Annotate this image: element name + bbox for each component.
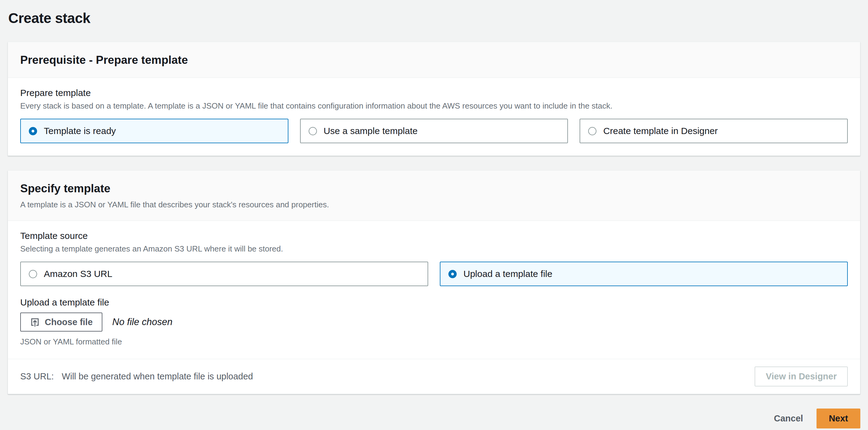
specify-template-panel-body: Template source Selecting a template gen… [8, 221, 860, 359]
s3-url-value: Will be generated when template file is … [62, 371, 253, 381]
prerequisite-panel-body: Prepare template Every stack is based on… [8, 78, 860, 155]
prepare-template-description: Every stack is based on a template. A te… [20, 101, 848, 111]
option-template-is-ready[interactable]: Template is ready [20, 119, 288, 143]
radio-create-template-in-designer[interactable] [588, 127, 596, 135]
specify-template-description: A template is a JSON or YAML file that d… [20, 200, 848, 209]
specify-template-panel-header: Specify template A template is a JSON or… [8, 171, 860, 221]
choose-file-row: Choose file No file chosen [20, 313, 848, 332]
specify-template-title: Specify template [20, 182, 848, 195]
option-amazon-s3-url[interactable]: Amazon S3 URL [20, 262, 428, 286]
option-label: Create template in Designer [603, 126, 718, 136]
wizard-actions: Cancel Next [8, 408, 860, 430]
upload-icon [30, 317, 40, 327]
option-upload-template-file[interactable]: Upload a template file [440, 262, 848, 286]
no-file-chosen-text: No file chosen [112, 317, 172, 327]
specify-template-panel: Specify template A template is a JSON or… [8, 170, 860, 394]
cancel-button[interactable]: Cancel [774, 409, 803, 428]
create-stack-page: Create stack Prerequisite - Prepare temp… [0, 0, 868, 430]
radio-amazon-s3-url[interactable] [29, 270, 37, 278]
upload-format-hint: JSON or YAML formatted file [20, 337, 848, 347]
option-label: Template is ready [44, 126, 116, 136]
option-label: Use a sample template [324, 126, 418, 136]
option-create-template-in-designer[interactable]: Create template in Designer [580, 119, 848, 143]
prerequisite-panel-title: Prerequisite - Prepare template [20, 54, 848, 66]
radio-template-is-ready-checked[interactable] [29, 127, 37, 135]
template-source-label: Template source [20, 231, 848, 241]
prerequisite-panel-header: Prerequisite - Prepare template [8, 42, 860, 78]
radio-use-sample-template[interactable] [309, 127, 317, 135]
prepare-template-options: Template is ready Use a sample template … [20, 119, 848, 143]
next-button[interactable]: Next [816, 408, 860, 428]
template-source-description: Selecting a template generates an Amazon… [20, 244, 848, 254]
radio-upload-template-file-checked[interactable] [448, 270, 457, 278]
specify-template-panel-footer: S3 URL: Will be generated when template … [8, 359, 860, 394]
choose-file-button[interactable]: Choose file [20, 313, 102, 332]
template-source-options: Amazon S3 URL Upload a template file [20, 262, 848, 286]
page-title: Create stack [8, 10, 860, 26]
prepare-template-label: Prepare template [20, 88, 848, 98]
s3-url-label: S3 URL: [20, 371, 54, 381]
option-label: Upload a template file [463, 269, 552, 279]
choose-file-label: Choose file [45, 317, 93, 327]
prerequisite-panel: Prerequisite - Prepare template Prepare … [8, 42, 860, 156]
option-use-sample-template[interactable]: Use a sample template [300, 119, 568, 143]
option-label: Amazon S3 URL [44, 269, 112, 279]
upload-template-file-label: Upload a template file [20, 297, 848, 308]
upload-template-section: Upload a template file Choose file No fi [20, 297, 848, 347]
view-in-designer-button[interactable]: View in Designer [754, 367, 848, 386]
